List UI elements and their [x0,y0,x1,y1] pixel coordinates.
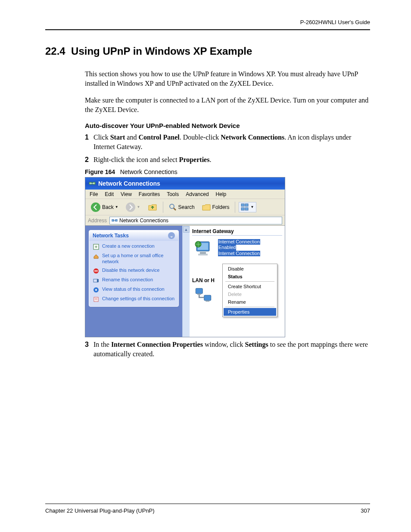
address-value: Network Connections [119,218,168,224]
step-bold: Control Panel [138,134,179,141]
svg-rect-27 [206,301,209,302]
group-internet-gateway: Internet Gateway [192,228,282,236]
task-disable-device[interactable]: Disable this network device [93,268,175,274]
step-text: Right-click the icon and select [93,156,179,163]
step-bold: Start [110,134,125,141]
task-change-settings[interactable]: Change settings of this connection [93,296,175,303]
rule-top [45,29,370,30]
svg-rect-15 [97,279,99,282]
menu-file[interactable]: File [90,191,98,197]
settings-icon [93,296,100,303]
scrollbar[interactable]: ▲ [182,226,190,337]
network-connections-icon [112,218,118,224]
connection-label: Internet Connection Enabled Internet Con… [218,239,260,256]
connection-type-selected: Internet Connection [218,251,260,256]
task-pane: Network Tasks ⌄ Create a new connection … [85,226,182,337]
scroll-up-icon[interactable]: ▲ [183,226,190,233]
menu-tools[interactable]: Tools [167,191,179,197]
svg-point-3 [126,202,135,212]
step-text: Click [93,134,110,141]
tasks-header[interactable]: Network Tasks ⌄ [89,230,178,241]
tasks-title: Network Tasks [93,233,129,239]
address-field[interactable]: Network Connections [109,217,282,224]
back-label: Back [102,204,114,210]
step-bold: Network Connections [221,134,284,141]
ctx-rename[interactable]: Rename [224,298,276,306]
dropdown-icon: ▼ [137,205,140,209]
section-number: 22.4 [45,45,65,57]
task-label: View status of this connection [102,286,165,293]
rule-bottom [45,504,370,504]
folders-button[interactable]: Folders [200,202,231,212]
ctx-create-shortcut[interactable]: Create Shortcut [224,283,276,290]
step-bold: Properties [179,156,210,163]
footer-page-number: 307 [361,507,370,514]
header-guide-title: P-2602HWNLI User's Guide [300,19,370,25]
context-menu: Disable Status Create Shortcut Delete Re… [222,264,277,317]
ctx-separator [225,281,274,282]
step-1: 1 Click Start and Control Panel. Double-… [85,133,370,151]
menubar: File Edit View Favorites Tools Advanced … [85,190,285,199]
intro-paragraph-2: Make sure the computer is connected to a… [85,96,370,114]
forward-button[interactable]: ▼ [124,201,142,213]
ctx-properties[interactable]: Properties [224,308,276,316]
task-rename-connection[interactable]: Rename this connection [93,277,175,284]
svg-rect-6 [245,204,248,206]
ctx-status[interactable]: Status [224,273,276,280]
up-button[interactable] [146,201,159,213]
toolbar: Back ▼ ▼ Search Folders ▼ [85,199,285,215]
svg-rect-18 [94,297,98,302]
task-label: Create a new connection [102,243,155,250]
window-titlebar[interactable]: Network Connections [85,177,285,190]
step-bold: Settings [245,341,268,348]
ctx-status-label: Status [228,274,243,279]
menu-advanced[interactable]: Advanced [186,191,209,197]
step-text: and [125,134,138,141]
step-number: 2 [85,155,89,165]
folder-up-icon [147,202,158,212]
step-text: window, click [203,341,245,348]
disable-icon [93,268,100,274]
lan-connection-icon [192,286,215,306]
task-setup-network[interactable]: Set up a home or small office network [93,253,175,265]
step-text: In the [93,341,111,348]
ctx-disable[interactable]: Disable [224,265,276,273]
status-icon [93,286,100,293]
internet-connection-item[interactable]: Internet Connection Enabled Internet Con… [192,239,282,259]
task-label: Disable this network device [102,268,159,274]
menu-favorites[interactable]: Favorites [139,191,160,197]
svg-rect-22 [198,254,208,255]
back-button[interactable]: Back ▼ [89,201,120,213]
rename-icon [93,277,100,284]
task-label: Rename this connection [102,277,153,284]
folders-label: Folders [212,204,230,210]
menu-help[interactable]: Help [216,191,227,197]
group-lan: LAN or H [192,277,215,283]
back-icon [90,202,101,212]
menu-view[interactable]: View [121,191,132,197]
figure-xp-window: Network Connections File Edit View Favor… [85,177,285,337]
svg-rect-5 [241,204,244,206]
window-title: Network Connections [98,180,160,187]
task-label: Change settings of this connection [102,296,174,303]
svg-rect-24 [196,288,202,293]
collapse-icon[interactable]: ⌄ [168,232,175,239]
toolbar-separator [235,202,235,213]
svg-point-17 [95,289,97,291]
svg-rect-26 [197,294,201,295]
task-create-connection[interactable]: Create a new connection [93,243,175,250]
step-text: . [209,156,211,163]
menu-edit[interactable]: Edit [105,191,114,197]
views-button[interactable]: ▼ [239,202,256,212]
footer-chapter: Chapter 22 Universal Plug-and-Play (UPnP… [45,507,155,514]
page-content: 22.4 Using UPnP in Windows XP Example Th… [45,45,370,358]
network-tasks-panel: Network Tasks ⌄ Create a new connection … [89,230,179,307]
task-view-status[interactable]: View status of this connection [93,286,175,293]
address-bar: Address Network Connections [85,215,285,226]
window-body: Network Tasks ⌄ Create a new connection … [85,226,285,337]
connection-name-selected: Internet Connection [218,239,260,245]
task-label: Set up a home or small office network [102,253,175,265]
search-button[interactable]: Search [167,202,196,212]
wizard-icon [93,243,100,250]
svg-point-4 [170,204,174,208]
